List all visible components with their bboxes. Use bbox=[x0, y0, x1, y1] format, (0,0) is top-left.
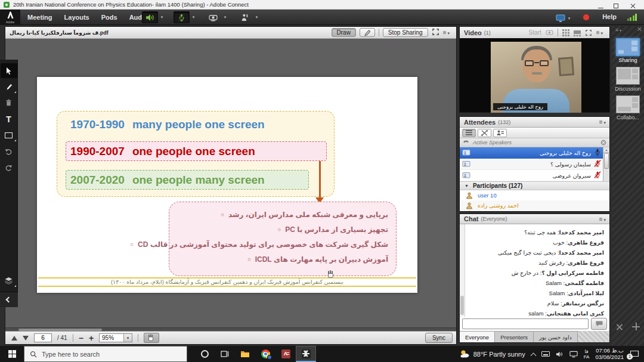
speaker-row[interactable]: سلیمان رسولی ؟ bbox=[460, 159, 609, 170]
attendees-scrollbar[interactable] bbox=[603, 147, 609, 181]
selection-tool[interactable] bbox=[1, 63, 17, 78]
start-webcam-button[interactable]: Start bbox=[529, 29, 541, 36]
pan-tool-button[interactable] bbox=[144, 333, 159, 343]
share-screen-dropdown[interactable] bbox=[565, 13, 573, 24]
volume-icon[interactable] bbox=[556, 351, 564, 358]
pointer-tool-button[interactable] bbox=[360, 28, 375, 37]
recording-indicator-icon[interactable] bbox=[583, 14, 589, 20]
menu-meeting[interactable]: Meeting bbox=[27, 14, 52, 21]
layout-thumbnail[interactable] bbox=[616, 38, 640, 56]
pod-menu-icon[interactable] bbox=[599, 119, 606, 125]
chat-tab-private[interactable]: داود حسن پور bbox=[534, 331, 578, 342]
chrome-button[interactable] bbox=[255, 346, 275, 362]
webcam-dropdown[interactable] bbox=[221, 11, 229, 23]
undo-button[interactable] bbox=[1, 144, 17, 159]
zoom-in-button[interactable]: + bbox=[89, 334, 94, 342]
redo-button[interactable] bbox=[1, 160, 17, 175]
add-layout-icon[interactable] bbox=[632, 323, 640, 330]
raise-hand-button[interactable] bbox=[237, 11, 253, 23]
zoom-select[interactable]: 95% bbox=[99, 333, 132, 342]
layout-item-collabo[interactable]: Collabo... bbox=[612, 95, 644, 120]
layout-thumbnail[interactable] bbox=[616, 67, 640, 85]
shape-tool[interactable] bbox=[1, 128, 17, 143]
file-explorer-button[interactable] bbox=[235, 346, 255, 362]
close-section-icon[interactable] bbox=[600, 140, 606, 146]
layout-item-sharing[interactable]: Sharing bbox=[612, 38, 644, 63]
share-screen-quick[interactable] bbox=[556, 13, 573, 24]
language-indicator[interactable]: فا FA bbox=[584, 349, 590, 360]
menu-layouts[interactable]: Layouts bbox=[64, 14, 89, 21]
speaker-row[interactable]: سیروان عروضی bbox=[460, 170, 609, 181]
task-view-button[interactable] bbox=[215, 346, 235, 362]
taskbar-search[interactable]: Type here to search bbox=[24, 346, 187, 362]
chat-tab-presenters[interactable]: Presenters bbox=[495, 331, 534, 342]
scroll-up-icon[interactable] bbox=[603, 147, 609, 153]
mic-status[interactable] bbox=[594, 159, 601, 169]
pod-menu-icon[interactable] bbox=[599, 216, 606, 222]
delete-tool[interactable] bbox=[1, 95, 17, 110]
chat-input[interactable] bbox=[462, 318, 589, 329]
text-tool[interactable]: T bbox=[1, 112, 17, 126]
chat-tab-everyone[interactable]: Everyone bbox=[460, 331, 495, 342]
fullscreen-icon[interactable] bbox=[585, 29, 592, 36]
webcam-button[interactable] bbox=[205, 11, 221, 23]
layouts-menu-icon[interactable] bbox=[615, 27, 621, 33]
cortana-button[interactable] bbox=[194, 346, 215, 362]
speaker-button[interactable] bbox=[142, 11, 158, 23]
scrollbar-thumb[interactable] bbox=[604, 153, 609, 169]
pod-menu-icon[interactable] bbox=[443, 29, 450, 36]
send-message-button[interactable] bbox=[591, 318, 607, 330]
delete-layout-icon[interactable] bbox=[616, 323, 623, 330]
layout-item-discussion[interactable]: Discussion bbox=[612, 67, 644, 92]
start-button[interactable] bbox=[0, 346, 24, 362]
marker-tool[interactable] bbox=[1, 79, 17, 94]
page-down-button[interactable] bbox=[23, 336, 29, 341]
stop-sharing-button[interactable]: Stop Sharing bbox=[383, 28, 428, 37]
page-number-input[interactable] bbox=[34, 333, 52, 342]
raise-hand-dropdown[interactable] bbox=[253, 11, 261, 23]
attendee-status-button[interactable] bbox=[493, 129, 507, 137]
help-menu[interactable]: Help bbox=[602, 13, 617, 20]
draw-button[interactable]: Draw bbox=[332, 28, 356, 37]
speaker-dropdown[interactable] bbox=[158, 11, 166, 23]
participant-row[interactable]: user 10 bbox=[460, 190, 609, 200]
notification-center-button[interactable]: 1 bbox=[630, 350, 639, 358]
zoom-dropdown-icon[interactable] bbox=[123, 334, 132, 342]
chat-scrollbar[interactable] bbox=[460, 224, 465, 317]
grid-view-icon[interactable] bbox=[562, 29, 569, 36]
collapse-toolbar-button[interactable] bbox=[0, 292, 18, 307]
participants-section-header[interactable]: Participants (127) bbox=[460, 181, 609, 190]
minimize-button[interactable] bbox=[594, 0, 607, 9]
weather-widget[interactable]: 88°F Partly sunny bbox=[460, 349, 525, 358]
scrollbar-thumb[interactable] bbox=[460, 296, 464, 315]
breakout-view-button[interactable] bbox=[478, 129, 491, 137]
sync-button[interactable]: Sync bbox=[425, 333, 453, 343]
mic-status[interactable] bbox=[594, 147, 601, 158]
speaker-face bbox=[523, 49, 550, 82]
menu-pods[interactable]: Pods bbox=[101, 14, 117, 21]
adobe-connect-taskbar-button[interactable] bbox=[296, 346, 316, 362]
network-display-icon[interactable] bbox=[569, 351, 578, 358]
speaker-row[interactable]: روح اله خلیلی بروجنی bbox=[460, 147, 609, 159]
pod-menu-icon[interactable] bbox=[596, 29, 603, 36]
participant-row[interactable]: احمد روشنی زاده bbox=[460, 200, 609, 211]
layers-tool[interactable] bbox=[1, 273, 17, 288]
maximize-button[interactable] bbox=[609, 0, 623, 9]
microphone-dropdown[interactable] bbox=[190, 11, 197, 23]
status-view-button[interactable] bbox=[462, 129, 476, 137]
taskbar-clock[interactable]: 07:06 ب.ظ 03/08/2021 bbox=[595, 348, 624, 360]
touch-keyboard-icon[interactable] bbox=[541, 351, 550, 357]
fullscreen-button[interactable] bbox=[432, 27, 439, 38]
zoom-out-button[interactable]: − bbox=[79, 334, 83, 342]
access-button[interactable]: A bbox=[275, 346, 296, 362]
connection-status-icon[interactable] bbox=[627, 14, 637, 21]
microphone-button[interactable] bbox=[174, 11, 190, 23]
close-button[interactable] bbox=[626, 0, 639, 9]
participant-row-partial[interactable] bbox=[460, 211, 609, 211]
show-hidden-icons-chevron[interactable] bbox=[530, 352, 536, 358]
mic-status[interactable] bbox=[594, 170, 601, 181]
layout-thumbnail[interactable] bbox=[616, 95, 640, 113]
close-bar-icon[interactable] bbox=[637, 27, 642, 31]
page-up-button[interactable] bbox=[11, 336, 17, 341]
filmstrip-view-icon[interactable] bbox=[574, 29, 581, 36]
